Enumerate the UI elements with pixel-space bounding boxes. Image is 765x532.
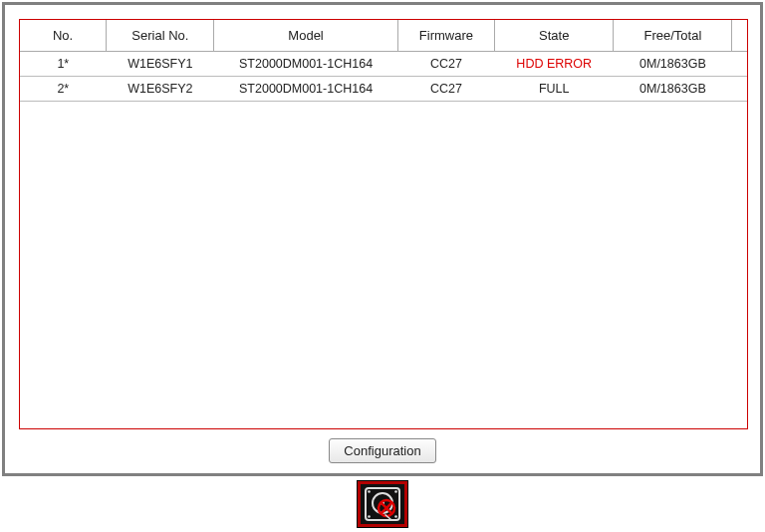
main-panel: No. Serial No. Model Firmware State Free… (2, 2, 763, 476)
cell-state: FULL (495, 77, 614, 102)
svg-point-2 (394, 490, 397, 493)
table-body: 1* W1E6SFY1 ST2000DM001-1CH164 CC27 HDD … (20, 52, 747, 102)
col-header-free[interactable]: Free (732, 20, 747, 52)
hdd-error-icon (361, 484, 404, 524)
cell-no: 2* (20, 77, 107, 102)
cell-serial: W1E6SFY2 (107, 77, 214, 102)
cell-model: ST2000DM001-1CH164 (214, 52, 397, 77)
col-header-free-total[interactable]: Free/Total (614, 20, 732, 52)
col-header-no[interactable]: No. (20, 20, 107, 52)
cell-firmware: CC27 (397, 77, 495, 102)
cell-free: 0s (732, 77, 747, 102)
hdd-error-footer-button[interactable] (357, 480, 408, 528)
table-scroll-area[interactable]: No. Serial No. Model Firmware State Free… (20, 20, 747, 428)
col-header-firmware[interactable]: Firmware (397, 20, 495, 52)
col-header-model[interactable]: Model (214, 20, 397, 52)
button-bar: Configuration (5, 438, 760, 463)
cell-serial: W1E6SFY1 (107, 52, 214, 77)
cell-free: 0s (732, 52, 747, 77)
table-header-row: No. Serial No. Model Firmware State Free… (20, 20, 747, 52)
cell-free-total: 0M/1863GB (614, 52, 732, 77)
configuration-button[interactable]: Configuration (329, 438, 435, 463)
svg-point-4 (394, 515, 397, 518)
cell-firmware: CC27 (397, 52, 495, 77)
col-header-state[interactable]: State (495, 20, 614, 52)
cell-model: ST2000DM001-1CH164 (214, 77, 397, 102)
table-row[interactable]: 2* W1E6SFY2 ST2000DM001-1CH164 CC27 FULL… (20, 77, 747, 102)
svg-point-3 (368, 515, 371, 518)
cell-no: 1* (20, 52, 107, 77)
cell-state: HDD ERROR (495, 52, 614, 77)
table-frame: No. Serial No. Model Firmware State Free… (19, 19, 748, 429)
col-header-serial[interactable]: Serial No. (107, 20, 214, 52)
hdd-table: No. Serial No. Model Firmware State Free… (20, 20, 747, 102)
cell-free-total: 0M/1863GB (614, 77, 732, 102)
svg-point-1 (368, 490, 371, 493)
table-row[interactable]: 1* W1E6SFY1 ST2000DM001-1CH164 CC27 HDD … (20, 52, 747, 77)
